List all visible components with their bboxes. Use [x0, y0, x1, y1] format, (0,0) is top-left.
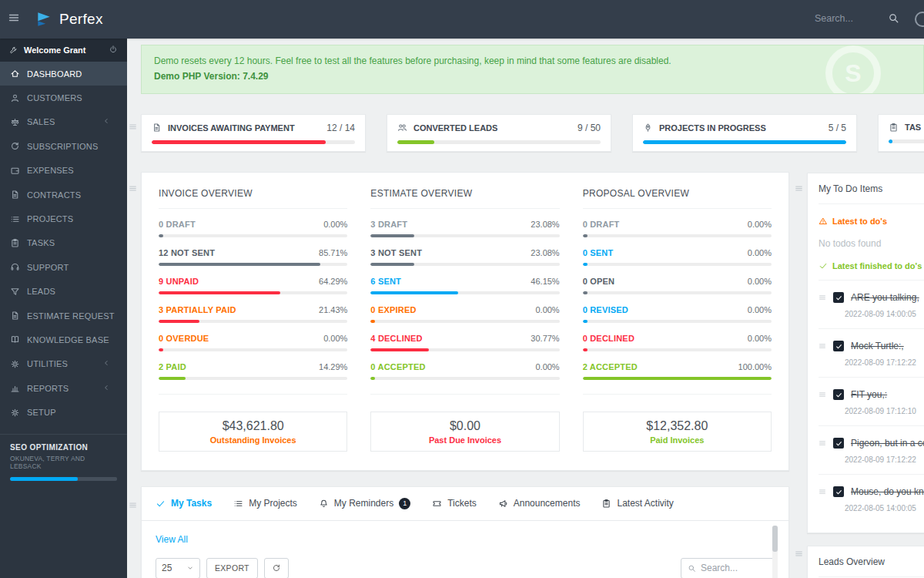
brand-name: Perfex [59, 11, 103, 28]
status-label: 0 EXPIRED [370, 305, 416, 314]
partial-circle-icon[interactable] [915, 12, 924, 27]
widget-drag-handle-icon[interactable] [129, 120, 137, 134]
sidebar-item-customers[interactable]: CUSTOMERS [0, 86, 127, 109]
total-amount: $12,352.80 [588, 419, 766, 433]
sidebar-item-support[interactable]: SUPPORT [0, 255, 127, 279]
finance-overview-panel: INVOICE OVERVIEW 0 DRAFT0.00% 12 NOT SEN… [141, 172, 789, 471]
tab-my-reminders[interactable]: My Reminders1 [319, 498, 410, 509]
sidebar-item-contracts[interactable]: CONTRACTS [0, 183, 127, 207]
chevron-down-icon [186, 564, 194, 572]
megaphone-icon [498, 499, 508, 509]
sidebar-item-knowledge-base[interactable]: KNOWLEDGE BASE [0, 328, 127, 351]
sidebar-item-label: UTILITIES [27, 359, 68, 368]
finished-todo-list: ARE you talking, 2022-08-09 14:00:05 Moc… [819, 280, 924, 523]
tab-label: Latest Activity [617, 498, 673, 509]
status-label: 2 ACCEPTED [583, 362, 638, 371]
todo-item: Mock Turtle:, 2022-08-09 17:12:22 [819, 328, 924, 377]
drag-handle-icon[interactable] [819, 388, 826, 402]
kpi-projects-in-progress[interactable]: PROJECTS IN PROGRESS5 / 5 [632, 114, 857, 152]
table-searchbox[interactable] [681, 558, 775, 578]
kpi-tasks[interactable]: TAS [878, 114, 924, 152]
kpi-invoices-awaiting-payment[interactable]: INVOICES AWAITING PAYMENT12 / 14 [141, 114, 366, 152]
gear-icon [10, 408, 20, 418]
page-size-select[interactable]: 25 [156, 558, 200, 578]
todo-checkbox[interactable] [833, 292, 844, 303]
status-label: 6 SENT [370, 277, 401, 286]
tab-latest-activity[interactable]: Latest Activity [601, 498, 673, 509]
sidebar-item-label: EXPENSES [27, 166, 74, 175]
tab-my-projects[interactable]: My Projects [233, 498, 297, 509]
sidebar: Welcome Grant DASHBOARD CUSTOMERS SALES … [0, 39, 127, 578]
status-bar [583, 320, 772, 323]
status-percent: 0.00% [748, 220, 772, 229]
sidebar-item-dashboard[interactable]: DASHBOARD [0, 62, 127, 86]
widget-drag-handle-icon[interactable] [795, 547, 803, 561]
table-search-input[interactable] [701, 563, 762, 573]
rocket-icon [643, 123, 653, 133]
sidebar-item-tasks[interactable]: TASKS [0, 231, 127, 255]
page-size-value: 25 [162, 563, 172, 573]
refresh-button[interactable] [264, 558, 289, 578]
status-row: 6 SENT46.15% [370, 277, 559, 294]
todo-checkbox[interactable] [833, 389, 844, 400]
todo-checkbox[interactable] [833, 438, 844, 449]
seo-title: SEO OPTIMIZATION [10, 443, 117, 452]
welcome-label: Welcome Grant [24, 45, 86, 55]
sidebar-item-subscriptions[interactable]: SUBSCRIPTIONS [0, 134, 127, 158]
sidebar-item-leads[interactable]: LEADS [0, 280, 127, 304]
status-percent: 14.29% [319, 362, 347, 371]
tab-label: My Reminders [334, 498, 393, 509]
todo-checkbox[interactable] [833, 486, 844, 497]
seo-optimization-widget[interactable]: SEO OPTIMIZATION OKUNEVA, TERRY AND LEBS… [0, 434, 127, 481]
status-label: 3 PARTIALLY PAID [159, 305, 236, 314]
kpi-row: INVOICES AWAITING PAYMENT12 / 14 CONVERT… [141, 114, 924, 152]
sidebar-item-expenses[interactable]: EXPENSES [0, 159, 127, 183]
kpi-converted-leads[interactable]: CONVERTED LEADS9 / 50 [387, 114, 611, 152]
status-row: 2 PAID14.29% [159, 362, 347, 380]
status-bar-fill [583, 320, 588, 323]
drag-handle-icon[interactable] [819, 291, 826, 304]
brand[interactable]: Perfex [35, 11, 103, 28]
sidebar-item-estimate-request[interactable]: ESTIMATE REQUEST [0, 304, 127, 328]
sidebar-nav: DASHBOARD CUSTOMERS SALES SUBSCRIPTIONS … [0, 62, 127, 425]
topbar-search-input[interactable]: Search... [815, 13, 853, 24]
status-percent: 23.08% [531, 248, 559, 257]
invoice-overview-column: INVOICE OVERVIEW 0 DRAFT0.00% 12 NOT SEN… [159, 188, 347, 395]
sidebar-item-utilities[interactable]: UTILITIES [0, 352, 127, 376]
drag-handle-icon[interactable] [819, 485, 826, 499]
check-icon [835, 440, 842, 447]
view-all-link[interactable]: View All [156, 534, 188, 545]
status-label: 4 DECLINED [370, 334, 422, 343]
export-button[interactable]: EXPORT [206, 558, 258, 578]
tab-announcements[interactable]: Announcements [498, 498, 581, 509]
sidebar-item-label: KNOWLEDGE BASE [27, 335, 109, 344]
menu-toggle-icon[interactable] [8, 12, 20, 27]
todo-text: Mouse, do you know I'm [851, 486, 924, 497]
kpi-label: TAS [905, 123, 921, 132]
logout-power-icon[interactable] [109, 45, 118, 55]
sidebar-item-sales[interactable]: SALES [0, 110, 127, 134]
drag-handle-icon[interactable] [819, 339, 826, 353]
tab-tickets[interactable]: Tickets [432, 498, 477, 509]
tab-my-tasks[interactable]: My Tasks [156, 498, 212, 509]
todo-date: 2022-08-09 17:12:22 [845, 358, 924, 367]
sidebar-item-projects[interactable]: PROJECTS [0, 207, 127, 230]
widget-drag-handle-icon[interactable] [129, 499, 137, 512]
book-icon [10, 334, 20, 344]
status-bar-fill [370, 377, 375, 380]
tab-label: My Tasks [171, 498, 212, 509]
widget-drag-handle-icon[interactable] [129, 182, 137, 196]
widget-drag-handle-icon[interactable] [795, 182, 803, 196]
drag-handle-icon[interactable] [819, 436, 826, 450]
status-bar [159, 320, 347, 323]
search-icon[interactable] [888, 12, 899, 27]
sidebar-item-reports[interactable]: REPORTS [0, 376, 127, 400]
my-todo-items-card: My To Do Items Latest to do's No todos f… [807, 173, 924, 533]
sidebar-item-setup[interactable]: SETUP [0, 400, 127, 424]
todo-checkbox[interactable] [833, 341, 844, 351]
clipboard-icon [601, 499, 611, 509]
alert-line-1: Demo resets every 12 hours. Feel free to… [154, 54, 911, 69]
tasks-scrollbar[interactable] [772, 526, 778, 578]
list-icon [10, 214, 20, 224]
tasks-scrollbar-thumb[interactable] [772, 526, 778, 552]
